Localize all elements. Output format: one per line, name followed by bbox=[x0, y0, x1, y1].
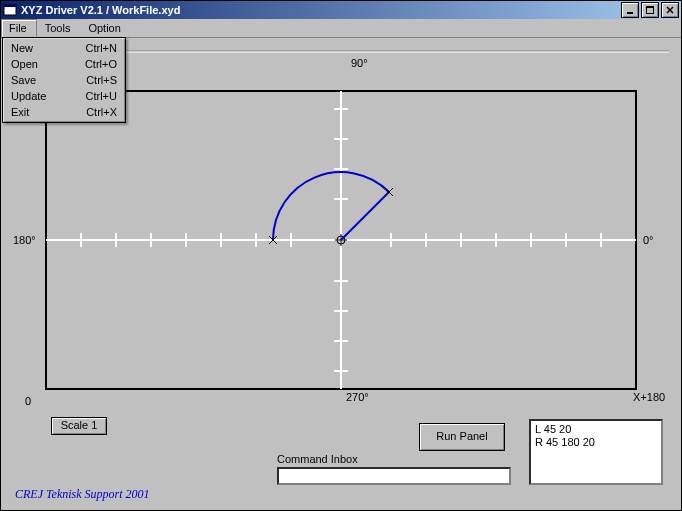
app-window: XYZ Driver V2.1 / WorkFile.xyd File Tool… bbox=[0, 0, 682, 511]
menu-file[interactable]: File bbox=[1, 19, 37, 37]
menu-tools-label: Tools bbox=[45, 22, 71, 34]
command-label: Command Inbox bbox=[277, 453, 358, 465]
file-exit-label: Exit bbox=[11, 106, 86, 118]
file-new-shortcut: Ctrl+N bbox=[86, 42, 117, 54]
menubar: File Tools Option bbox=[1, 19, 681, 38]
file-open-shortcut: Ctrl+O bbox=[85, 58, 117, 70]
close-button[interactable] bbox=[661, 2, 679, 18]
menu-option-label: Option bbox=[88, 22, 120, 34]
file-dropdown: NewCtrl+N OpenCtrl+O SaveCtrl+S UpdateCt… bbox=[2, 37, 126, 123]
axis-label-zero: 0 bbox=[25, 395, 31, 407]
menu-option[interactable]: Option bbox=[80, 19, 130, 37]
scale-button-label: Scale 1 bbox=[61, 419, 98, 431]
axis-label-left: 180° bbox=[13, 234, 36, 246]
svg-line-37 bbox=[341, 192, 389, 240]
svg-rect-1 bbox=[4, 5, 16, 7]
file-exit-shortcut: Ctrl+X bbox=[86, 106, 117, 118]
app-icon bbox=[3, 3, 17, 17]
footer-credits: CREJ Teknisk Support 2001 bbox=[15, 487, 150, 502]
menu-tools[interactable]: Tools bbox=[37, 19, 81, 37]
file-update-shortcut: Ctrl+U bbox=[86, 90, 117, 102]
window-buttons bbox=[621, 2, 679, 18]
output-line1: L 45 20 bbox=[535, 423, 571, 435]
file-open-label: Open bbox=[11, 58, 85, 70]
file-new[interactable]: NewCtrl+N bbox=[5, 40, 123, 56]
svg-rect-2 bbox=[627, 12, 633, 14]
file-update-label: Update bbox=[11, 90, 86, 102]
file-save-label: Save bbox=[11, 74, 86, 86]
run-button[interactable]: Run Panel bbox=[419, 423, 505, 451]
output-line2: R 45 180 20 bbox=[535, 436, 595, 448]
axis-label-top: 90° bbox=[351, 57, 368, 69]
axis-label-bottom: 270° bbox=[346, 391, 369, 403]
run-button-label: Run Panel bbox=[436, 430, 487, 442]
file-exit[interactable]: ExitCtrl+X bbox=[5, 104, 123, 120]
file-open[interactable]: OpenCtrl+O bbox=[5, 56, 123, 72]
svg-rect-4 bbox=[646, 6, 654, 8]
menu-file-label: File bbox=[9, 22, 27, 34]
output-box: L 45 20 R 45 180 20 bbox=[529, 419, 663, 485]
file-update[interactable]: UpdateCtrl+U bbox=[5, 88, 123, 104]
minimize-button[interactable] bbox=[621, 2, 639, 18]
titlebar: XYZ Driver V2.1 / WorkFile.xyd bbox=[1, 1, 681, 19]
command-input[interactable] bbox=[277, 467, 511, 485]
maximize-button[interactable] bbox=[641, 2, 659, 18]
file-save[interactable]: SaveCtrl+S bbox=[5, 72, 123, 88]
scale-button[interactable]: Scale 1 bbox=[51, 417, 107, 435]
file-new-label: New bbox=[11, 42, 86, 54]
window-title: XYZ Driver V2.1 / WorkFile.xyd bbox=[21, 4, 621, 16]
axis-label-right: 0° bbox=[643, 234, 654, 246]
file-save-shortcut: Ctrl+S bbox=[86, 74, 117, 86]
axis-label-xend: X+180 bbox=[633, 391, 665, 403]
